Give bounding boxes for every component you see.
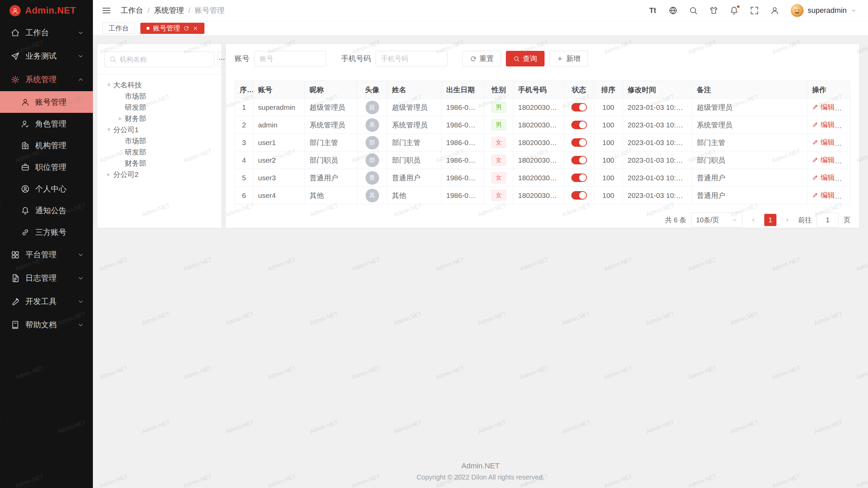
column-header: 序号 [235, 81, 253, 99]
next-page-button[interactable] [781, 214, 793, 226]
sidebar-item-workbench[interactable]: 工作台 [0, 21, 93, 44]
tree-caret-icon[interactable]: ▾ [104, 126, 113, 133]
gender-badge: 男 [491, 119, 506, 130]
org-search-input[interactable] [120, 56, 210, 63]
tree-caret-icon[interactable]: ▸ [116, 115, 125, 122]
reset-button[interactable]: 重置 [462, 51, 501, 66]
theme-icon[interactable] [709, 6, 718, 15]
query-button[interactable]: 查询 [506, 51, 545, 66]
tree-node[interactable]: 市场部 [104, 135, 214, 146]
page-size-value: 10条/页 [696, 216, 719, 225]
cell-nickname: 普通用户 [305, 169, 357, 187]
cell-index: 3 [235, 134, 253, 151]
add-button[interactable]: 新增 [549, 51, 588, 66]
avatar [791, 4, 804, 17]
sidebar-item-help-docs[interactable]: 帮助文档 [0, 313, 93, 337]
cell-nickname: 其他 [305, 187, 357, 204]
page-number-current[interactable]: 1 [764, 214, 776, 226]
prev-page-button[interactable] [747, 214, 760, 226]
edit-button[interactable]: 编辑 [812, 102, 835, 112]
user-menu[interactable]: superadmin [791, 4, 856, 17]
sidebar-item-platform-management[interactable]: 平台管理 [0, 243, 93, 266]
status-toggle[interactable] [571, 121, 587, 129]
cell-phone: 18020030720 [513, 99, 564, 116]
cell-name: 其他 [387, 187, 441, 204]
edit-button[interactable]: 编辑 [812, 190, 835, 200]
phone-filter-input[interactable] [376, 51, 448, 66]
sidebar-subitem-personal-center[interactable]: 个人中心 [0, 178, 93, 200]
cell-phone: 18020030720 [513, 151, 564, 169]
sidebar-item-dev-tools[interactable]: 开发工具 [0, 290, 93, 313]
goto-page-input[interactable] [816, 212, 839, 227]
table-row: 4user2部门职员部部门职员1986-06-28女18020030720100… [235, 151, 850, 169]
tab-workbench[interactable]: 工作台 [102, 23, 135, 34]
font-size-icon[interactable]: Tt [648, 6, 657, 15]
search-icon[interactable] [689, 6, 698, 15]
tree-node[interactable]: 研发部 [104, 146, 214, 158]
gender-badge: 男 [491, 102, 506, 113]
tab-close-icon[interactable] [193, 25, 198, 31]
sidebar-item-log-management[interactable]: 日志管理 [0, 266, 93, 290]
tab-refresh-icon[interactable] [183, 25, 189, 31]
account-filter-label: 账号 [235, 54, 250, 64]
tree-node[interactable]: ▸财务部 [104, 113, 214, 124]
breadcrumb-item: 账号管理 [195, 5, 224, 16]
cell-name: 部门职员 [387, 151, 441, 169]
tree-more-button[interactable] [218, 52, 226, 67]
page-size-select[interactable]: 10条/页 [691, 212, 743, 227]
edit-button[interactable]: 编辑 [812, 155, 835, 165]
chevron-up-icon [77, 76, 84, 83]
cell-phone: 18020030720 [513, 169, 564, 187]
tree-node[interactable]: 财务部 [104, 158, 214, 169]
sidebar-subitem-third-party-account[interactable]: 三方账号 [0, 221, 93, 243]
tree-caret-icon[interactable]: ▾ [104, 81, 113, 88]
tab-account-management[interactable]: 账号管理 [140, 23, 204, 34]
notification-icon[interactable] [730, 6, 738, 15]
status-toggle[interactable] [571, 191, 587, 200]
avatar: 其 [366, 189, 379, 202]
cell-name: 普通用户 [387, 169, 441, 187]
cell-phone: 18020030720 [513, 187, 564, 204]
edit-button[interactable]: 编辑 [812, 120, 835, 129]
status-toggle[interactable] [571, 138, 587, 147]
tree-caret-icon[interactable]: ▸ [104, 171, 113, 178]
tree-node[interactable]: 研发部 [104, 102, 214, 113]
user-icon[interactable] [770, 6, 779, 15]
tree-node-label: 研发部 [125, 103, 146, 112]
sidebar-subitem-account-management[interactable]: 账号管理 [0, 91, 93, 113]
tree-node[interactable]: ▾分公司1 [104, 124, 214, 135]
cell-avatar: 部 [357, 151, 387, 169]
edit-button[interactable]: 编辑 [812, 173, 835, 182]
edit-label: 编辑 [821, 102, 835, 112]
sidebar-subitem-notice-announcement[interactable]: 通知公告 [0, 200, 93, 221]
edit-icon [812, 139, 818, 145]
hamburger-menu-icon[interactable] [102, 6, 111, 15]
sidebar-subitem-position-management[interactable]: 职位管理 [0, 156, 93, 178]
status-toggle[interactable] [571, 174, 587, 182]
sidebar-menu: 工作台业务测试系统管理账号管理角色管理机构管理职位管理个人中心通知公告三方账号平… [0, 21, 93, 488]
cell-birthdate: 1986-06-28 [441, 134, 485, 151]
status-toggle[interactable] [571, 156, 587, 164]
cell-nickname: 部门职员 [305, 151, 357, 169]
tree-node[interactable]: 市场部 [104, 90, 214, 102]
breadcrumb-separator: / [147, 6, 150, 15]
org-icon [21, 141, 29, 150]
sidebar-subitem-org-management[interactable]: 机构管理 [0, 135, 93, 156]
reset-label: 重置 [479, 54, 494, 63]
edit-button[interactable]: 编辑 [812, 138, 835, 147]
link-icon [21, 228, 29, 237]
sidebar: Admin.NET 工作台业务测试系统管理账号管理角色管理机构管理职位管理个人中… [0, 0, 93, 488]
sidebar-item-business-test[interactable]: 业务测试 [0, 44, 93, 68]
breadcrumb-item[interactable]: 系统管理 [154, 5, 184, 16]
log-icon [11, 274, 20, 283]
breadcrumb-item[interactable]: 工作台 [121, 5, 143, 16]
sidebar-subitem-role-management[interactable]: 角色管理 [0, 113, 93, 135]
account-filter-input[interactable] [254, 51, 326, 66]
fullscreen-icon[interactable] [750, 6, 759, 15]
home-icon [11, 28, 20, 37]
language-icon[interactable] [669, 6, 677, 15]
sidebar-item-system-management[interactable]: 系统管理 [0, 68, 93, 91]
tree-node[interactable]: ▾大名科技 [104, 79, 214, 90]
tree-node[interactable]: ▸分公司2 [104, 169, 214, 180]
status-toggle[interactable] [571, 103, 587, 111]
